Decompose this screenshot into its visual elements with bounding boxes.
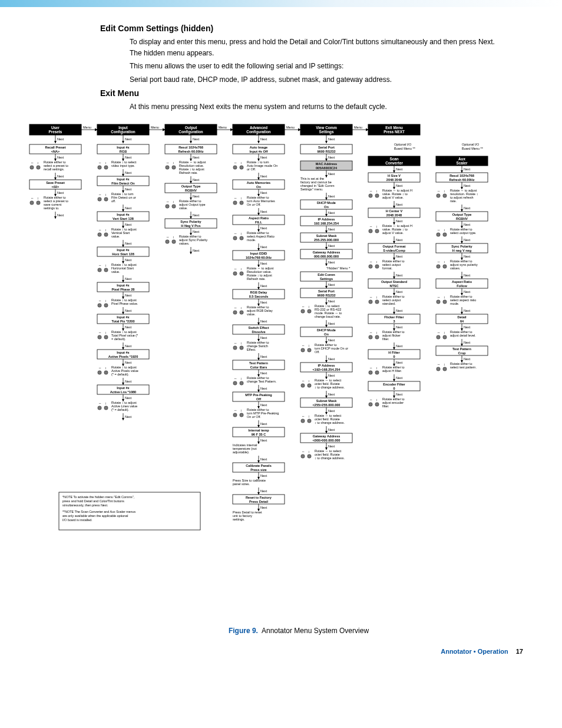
svg-text:Menu: Menu (286, 126, 295, 129)
svg-text:Next: Next (464, 255, 471, 258)
svg-text:Next: Next (57, 156, 64, 159)
svg-text:64: 64 (460, 319, 464, 323)
svg-text:Sync Polarity: Sync Polarity (180, 220, 201, 223)
svg-point-521 (369, 300, 372, 304)
svg-text:Input #x: Input #x (117, 351, 130, 354)
svg-text:Menu: Menu (83, 126, 91, 129)
figure-number: Figure 9. (229, 627, 258, 635)
svg-point-32 (30, 166, 34, 169)
svg-text:Next: Next (328, 137, 335, 141)
svg-text:Gateway Address: Gateway Address (313, 251, 340, 254)
svg-text:Settings: Settings (320, 277, 333, 281)
para-2: This menu allows the user to edit the fo… (130, 61, 507, 72)
svg-text:Input #x      Off: Input #x Off (249, 150, 267, 153)
svg-text:Next: Next (193, 195, 200, 198)
svg-point-262 (233, 272, 237, 275)
svg-point-536 (375, 335, 379, 339)
svg-text:96 F        35 C: 96 F 35 C (252, 433, 266, 436)
svg-point-479 (369, 194, 372, 197)
svg-text:2048           2048: 2048 2048 (386, 213, 402, 217)
svg-text:DHCP Mode: DHCP Mode (317, 201, 336, 205)
svg-text:Exit Menu: Exit Menu (385, 126, 403, 130)
svg-text:Refresh 60.00Hz: Refresh 60.00Hz (178, 150, 203, 153)
svg-text:Optional I/O: Optional I/O (462, 143, 480, 146)
svg-text:Next: Next (260, 191, 267, 195)
svg-text:values.: values. (450, 266, 461, 270)
svg-text:Next: Next (193, 137, 200, 141)
svg-text:↕: ↕ (444, 228, 445, 232)
svg-point-305 (233, 381, 237, 385)
svg-text:adjust H filter.: adjust H filter. (382, 369, 402, 373)
svg-point-146 (104, 371, 108, 374)
svg-text:"Hidden" Menu *: "Hidden" Menu * (326, 266, 351, 270)
svg-text:↔: ↔ (302, 379, 305, 383)
svg-text:Horz Start  128: Horz Start 128 (112, 252, 134, 256)
svg-text:↔: ↔ (302, 305, 305, 308)
svg-text:↔: ↔ (31, 196, 34, 200)
svg-text:9600      RS232: 9600 RS232 (317, 294, 335, 297)
svg-text:values.: values. (179, 242, 190, 245)
svg-text:Next: Next (125, 206, 132, 210)
svg-text:Next: Next (125, 171, 132, 174)
svg-text:↕: ↕ (240, 161, 242, 164)
svg-text:Test Pattern: Test Pattern (452, 347, 471, 351)
heading-edit-comm: Edit Comm Settings (hidden) (100, 24, 527, 33)
svg-text:<192>168.254.254: <192>168.254.254 (313, 368, 341, 371)
svg-text:Next: Next (260, 174, 267, 178)
svg-text:Next: Next (193, 230, 200, 233)
svg-text:Save Preset: Save Preset (46, 181, 65, 185)
svg-point-549 (369, 371, 372, 374)
svg-text:Next: Next (260, 489, 267, 493)
svg-text:Scaler: Scaler (457, 161, 468, 165)
svg-point-190 (166, 205, 169, 208)
svg-text:↕: ↕ (105, 193, 107, 196)
svg-text:Auto Memories: Auto Memories (247, 181, 270, 185)
svg-text:Refresh rate.: Refresh rate. (247, 277, 266, 281)
menu-diagram-svg: UserPresetsMenuInputConfigurationMenuOut… (24, 121, 542, 616)
svg-point-522 (375, 300, 379, 304)
svg-text:Next: Next (260, 301, 267, 304)
svg-text:↕: ↕ (105, 299, 107, 302)
svg-text:(* = default).: (* = default). (111, 373, 130, 376)
svg-text:Refresh rate.: Refresh rate. (179, 171, 198, 174)
svg-text:Input #x: Input #x (117, 284, 130, 287)
svg-text:Next: Next (260, 439, 267, 442)
svg-point-480 (375, 194, 379, 197)
svg-text:Next: Next (260, 137, 267, 141)
svg-text:↕ to change address.: ↕ to change address. (315, 456, 345, 460)
svg-text:video input type.: video input type. (111, 164, 135, 167)
svg-text:Next: Next (125, 361, 132, 364)
svg-text:↔: ↔ (98, 299, 102, 302)
footer-title: Annotator • Operation (441, 648, 508, 655)
svg-text:<NA>: <NA> (51, 150, 60, 153)
svg-text:Board Menu **: Board Menu ** (394, 147, 416, 150)
svg-point-263 (240, 272, 243, 275)
svg-point-432 (301, 384, 305, 387)
svg-text:Next: Next (125, 242, 132, 245)
svg-text:↔: ↔ (234, 161, 237, 164)
svg-text:Next: Next (396, 184, 403, 187)
svg-text:Next: Next (328, 374, 335, 377)
svg-text:↕: ↕ (444, 260, 445, 263)
svg-point-610 (443, 265, 447, 268)
svg-point-90 (98, 233, 101, 236)
svg-point-77 (104, 197, 108, 201)
svg-text:Next: Next (396, 309, 403, 312)
svg-point-318 (233, 413, 237, 417)
svg-text:Internal temp: Internal temp (248, 429, 269, 432)
svg-text:Next: Next (328, 244, 335, 248)
svg-point-118 (98, 304, 101, 307)
svg-text:Detail: Detail (457, 315, 467, 319)
svg-text:Input #x: Input #x (117, 146, 130, 149)
svg-text:Active Lns  *1080: Active Lns *1080 (110, 390, 136, 394)
svg-text:↕ to change address.: ↕ to change address. (315, 421, 345, 424)
svg-point-494 (375, 229, 379, 233)
svg-text:filter.: filter. (382, 404, 389, 408)
svg-text:↕: ↕ (444, 189, 445, 193)
svg-text:Configuration: Configuration (178, 130, 203, 134)
svg-text:Subnet Mask: Subnet Mask (316, 234, 337, 238)
svg-text:select test pattern.: select test pattern. (450, 365, 477, 369)
svg-text:mode.: mode. (450, 302, 459, 305)
svg-text:↕: ↕ (240, 232, 242, 235)
svg-text:Vert Start  128: Vert Start 128 (113, 217, 134, 220)
